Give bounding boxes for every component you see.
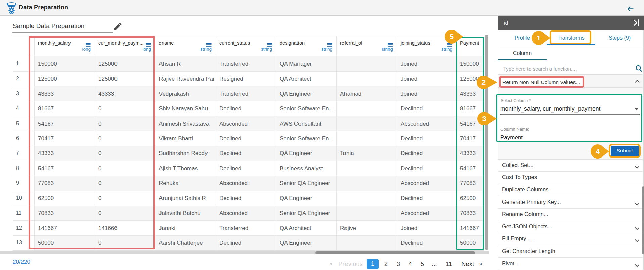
- svg-text:2: 2: [481, 78, 486, 86]
- svg-text:4: 4: [596, 147, 600, 155]
- svg-text:5: 5: [450, 33, 454, 40]
- svg-text:3: 3: [482, 115, 486, 122]
- svg-text:1: 1: [537, 34, 541, 42]
